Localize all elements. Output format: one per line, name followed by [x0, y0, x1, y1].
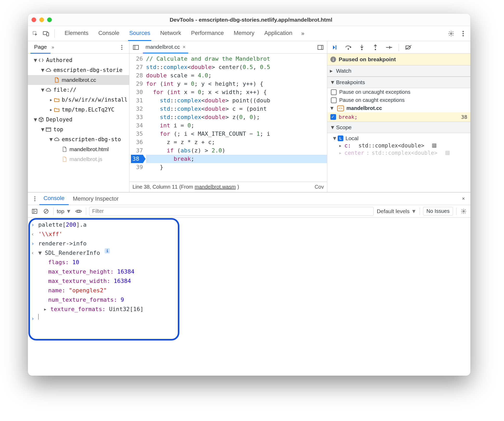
tree-site[interactable]: ▼emscripten-dbg-storie	[28, 65, 129, 75]
svg-point-16	[375, 49, 376, 50]
paused-banner: iPaused on breakpoint	[327, 54, 470, 65]
close-traffic-light[interactable]	[32, 17, 36, 22]
tree-top[interactable]: ▼top	[28, 125, 129, 134]
svg-point-21	[34, 198, 35, 199]
caught-exceptions-toggle[interactable]: Pause on caught exceptions	[327, 96, 470, 104]
svg-point-20	[34, 196, 35, 197]
device-toolbar-icon[interactable]	[41, 29, 51, 38]
memory-icon[interactable]	[432, 143, 437, 148]
breakpoint-row[interactable]: break;38	[327, 112, 470, 122]
breakpoints-section[interactable]: ▼Breakpoints	[327, 77, 470, 88]
main-tabs: Elements Console Sources Network Perform…	[64, 26, 445, 41]
console-sidebar-toggle-icon[interactable]	[30, 207, 39, 215]
tree-folder-1[interactable]: ▸b/s/w/ir/x/w/install	[28, 95, 129, 105]
console-filter-input[interactable]	[89, 207, 374, 216]
tree-file-scheme[interactable]: ▼file://	[28, 85, 129, 95]
toggle-debugger-icon[interactable]	[316, 43, 325, 52]
console-input-line: ›renderer->info	[31, 239, 467, 248]
navigator-tabs-overflow[interactable]: »	[52, 45, 54, 50]
svg-point-25	[78, 210, 80, 212]
step-icon[interactable]	[385, 44, 393, 51]
navigator-pane: Page » ▼Authored ▼emscripten-dbg-storie …	[28, 41, 129, 192]
code-editor: mandelbrot.cc× 2627282930313233343536373…	[129, 41, 327, 192]
tab-memory[interactable]: Memory	[233, 26, 255, 41]
tree-file-js[interactable]: mandelbrot.js	[28, 154, 129, 164]
step-out-icon[interactable]	[371, 44, 379, 51]
scope-local[interactable]: ▼LLocal	[330, 135, 468, 142]
prompt-icon: ›	[31, 220, 35, 230]
close-file-tab-icon[interactable]: ×	[182, 44, 186, 50]
return-icon: ‹	[31, 248, 35, 258]
console-prompt[interactable]: ›	[31, 314, 467, 323]
svg-point-17	[391, 47, 392, 48]
svg-rect-13	[336, 45, 336, 49]
devtools-window: DevTools - emscripten-dbg-stories.netlif…	[28, 14, 470, 376]
breakpoint-file-row[interactable]: ▼<>mandelbrot.cc	[327, 104, 470, 112]
object-property-expandable[interactable]: ▸ texture_formats: Uint32[16]	[31, 305, 467, 314]
uncaught-exceptions-toggle[interactable]: Pause on uncaught exceptions	[327, 88, 470, 96]
svg-rect-10	[46, 128, 51, 131]
deactivate-breakpoints-icon[interactable]	[405, 44, 412, 51]
live-expression-icon[interactable]	[74, 207, 83, 215]
minimize-traffic-light[interactable]	[39, 17, 44, 22]
drawer-menu-icon[interactable]	[30, 194, 39, 203]
console-toolbar: top ▼ Default levels ▼ No Issues	[28, 205, 470, 218]
checkbox-icon[interactable]	[331, 97, 337, 103]
console-output[interactable]: ›palette[200].a ‹'\\xff' ›renderer->info…	[28, 218, 470, 376]
kebab-menu-icon[interactable]	[458, 29, 468, 38]
tree-folder-2[interactable]: ▸tmp/tmp.ELcTq2YC	[28, 105, 129, 115]
toggle-navigator-icon[interactable]	[131, 43, 140, 52]
info-badge-icon[interactable]: i	[105, 248, 110, 253]
checkbox-icon[interactable]	[331, 89, 337, 95]
tab-console[interactable]: Console	[97, 26, 121, 41]
console-input-line: ›palette[200].a	[31, 220, 467, 230]
tabs-overflow[interactable]: »	[301, 27, 304, 41]
tab-sources[interactable]: Sources	[128, 26, 151, 41]
tree-file-html[interactable]: mandelbrot.html	[28, 144, 129, 154]
settings-icon[interactable]	[446, 29, 456, 38]
file-tree[interactable]: ▼Authored ▼emscripten-dbg-storie mandelb…	[28, 54, 129, 192]
tab-elements[interactable]: Elements	[64, 26, 90, 41]
local-badge-icon: L	[338, 135, 343, 141]
clear-console-icon[interactable]	[42, 207, 50, 215]
tree-deployed[interactable]: ▼Deployed	[28, 115, 129, 125]
issues-button[interactable]: No Issues	[423, 207, 453, 215]
watch-section[interactable]: ▸Watch	[327, 65, 470, 77]
tab-performance[interactable]: Performance	[190, 26, 225, 41]
code-area[interactable]: 2627282930313233343536373839 // Calculat…	[129, 54, 327, 182]
step-into-icon[interactable]	[358, 44, 366, 51]
svg-point-14	[348, 48, 349, 49]
editor-statusbar: Line 38, Column 11 (From mandelbrot.wasm…	[129, 182, 327, 192]
drawer-tab-console[interactable]: Console	[39, 192, 69, 205]
file-tab-mandelbrot-cc[interactable]: mandelbrot.cc×	[143, 41, 188, 53]
object-property: flags: 10	[31, 258, 467, 267]
tree-site-deployed[interactable]: ▼emscripten-dbg-sto	[28, 134, 129, 144]
inspect-element-icon[interactable]	[30, 29, 40, 38]
scope-var-c[interactable]: ▸c: std::complex<double>	[330, 142, 468, 149]
drawer-tab-memory-inspector[interactable]: Memory Inspector	[69, 193, 123, 205]
console-output-line: ‹'\\xff'	[31, 230, 467, 239]
navigator-tab-page[interactable]: Page	[30, 41, 51, 54]
checkbox-checked-icon[interactable]	[330, 114, 336, 120]
window-title: DevTools - emscripten-dbg-stories.netlif…	[52, 17, 450, 23]
scope-var-center[interactable]: ▸center: std::complex<double>	[330, 149, 468, 157]
console-output-object[interactable]: ‹▼ SDL_RendererInfoi	[31, 248, 467, 258]
navigator-menu-icon[interactable]	[117, 43, 127, 52]
source-map-link[interactable]: mandelbrot.wasm	[195, 184, 236, 190]
zoom-traffic-light[interactable]	[47, 17, 52, 22]
log-levels-selector[interactable]: Default levels ▼	[377, 208, 417, 214]
tab-application[interactable]: Application	[263, 26, 293, 41]
tab-network[interactable]: Network	[159, 26, 182, 41]
tree-file-mandelbrot-cc[interactable]: mandelbrot.cc	[28, 75, 129, 85]
console-settings-icon[interactable]	[459, 207, 468, 215]
memory-icon[interactable]	[445, 150, 450, 156]
execution-context-selector[interactable]: top ▼	[57, 208, 71, 214]
svg-rect-12	[318, 45, 323, 49]
prompt-icon: ›	[31, 314, 35, 323]
close-drawer-icon[interactable]: ×	[459, 194, 468, 203]
resume-icon[interactable]	[331, 44, 339, 51]
tree-authored[interactable]: ▼Authored	[28, 55, 129, 65]
scope-section[interactable]: ▼Scope	[327, 122, 470, 133]
svg-point-3	[450, 33, 452, 34]
step-over-icon[interactable]	[344, 44, 352, 51]
